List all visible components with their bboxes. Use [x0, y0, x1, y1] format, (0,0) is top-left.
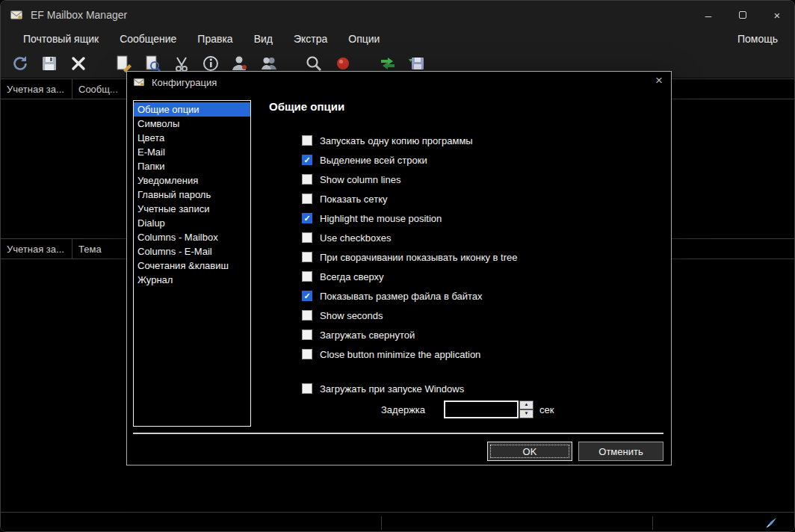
cancel-button[interactable]: Отменить — [578, 442, 663, 461]
category-item[interactable]: Журнал — [134, 273, 250, 287]
category-item[interactable]: E-Mail — [134, 145, 250, 159]
delete-icon[interactable] — [69, 54, 87, 72]
panel-heading: Общие опции — [269, 100, 344, 113]
category-item[interactable]: Символы — [134, 117, 250, 131]
option-row[interactable]: Show seconds — [302, 306, 518, 325]
option-row[interactable]: Показывать размер файла в байтах — [302, 286, 518, 306]
check-mail-icon[interactable] — [10, 54, 29, 72]
menu-item[interactable]: Опции — [338, 33, 390, 45]
options-list: Запускать одну копию программы Выделение… — [302, 131, 518, 364]
spinner-up-button[interactable]: ▲ — [519, 400, 533, 409]
category-item[interactable]: Папки — [134, 159, 250, 173]
window-title: EF Mailbox Manager — [31, 9, 127, 21]
save-icon[interactable] — [40, 54, 58, 72]
checkbox-label: Close button minimize the application — [320, 349, 480, 360]
checkbox-icon[interactable] — [302, 291, 312, 301]
option-row[interactable]: Выделение всей строки — [302, 150, 518, 170]
title-bar: EF Mailbox Manager – × — [1, 1, 794, 29]
category-item[interactable]: Цвета — [134, 131, 250, 145]
status-pen-icon — [765, 516, 778, 529]
menu-item[interactable]: Экстра — [283, 33, 338, 45]
menu-item[interactable]: Правка — [187, 33, 243, 45]
checkbox-label: Выделение всей строки — [320, 155, 427, 166]
column-header[interactable]: Тема — [72, 239, 129, 259]
checkbox-label: Показывать размер файла в байтах — [320, 291, 483, 302]
checkbox-icon[interactable] — [302, 155, 312, 165]
record-icon[interactable] — [333, 54, 352, 72]
zoom-icon[interactable] — [304, 54, 323, 72]
dialog-divider — [133, 433, 663, 434]
option-row[interactable]: Загружать свернутой — [302, 325, 518, 344]
column-header[interactable]: Учетная за... — [1, 79, 72, 99]
status-bar — [1, 512, 794, 532]
info-icon[interactable] — [201, 54, 220, 72]
sync-icon[interactable] — [378, 54, 397, 72]
export-save-icon[interactable] — [407, 54, 426, 72]
delay-row: Задержка ▲ ▼ сек — [381, 400, 554, 418]
menu-items: Почтовый ящикСообщениеПравкаВидЭкстраОпц… — [1, 33, 390, 45]
app-window: EF Mailbox Manager – × Почтовый ящикСооб… — [0, 0, 795, 532]
category-item[interactable]: Сочетания &клавиш — [134, 259, 250, 273]
ok-button[interactable]: OK — [487, 442, 572, 461]
option-row[interactable]: Highlight the mouse position — [302, 208, 518, 228]
checkbox-label: Всегда сверху — [320, 271, 384, 282]
checkbox-icon[interactable] — [302, 194, 312, 204]
option-row[interactable]: Показать сетку — [302, 189, 518, 208]
cut-icon[interactable] — [172, 54, 191, 72]
close-button[interactable]: × — [760, 1, 794, 29]
delay-unit-label: сек — [539, 404, 554, 415]
maximize-button[interactable] — [726, 1, 760, 29]
contacts-icon[interactable] — [259, 54, 278, 72]
option-row[interactable]: Show column lines — [302, 170, 518, 189]
checkbox-icon[interactable] — [302, 383, 312, 394]
maximize-icon — [739, 11, 746, 19]
option-row[interactable]: Запускать одну копию программы — [302, 131, 518, 150]
checkbox-label: Show seconds — [320, 310, 383, 321]
checkbox-label: При сворачивании показывать иконку в tre… — [320, 252, 518, 263]
dialog-mail-icon — [133, 76, 145, 88]
menu-item-help[interactable]: Помощь — [727, 33, 794, 45]
column-header[interactable]: Сообщ... — [72, 79, 129, 99]
checkbox-icon[interactable] — [302, 232, 312, 243]
category-item[interactable]: Общие опции — [134, 102, 250, 117]
delay-spinner: ▲ ▼ — [519, 400, 533, 418]
category-item[interactable]: Columns - E-Mail — [134, 244, 250, 259]
delay-input[interactable] — [444, 400, 519, 418]
status-separator — [381, 516, 382, 530]
menu-item[interactable]: Сообщение — [109, 33, 187, 45]
checkbox-icon[interactable] — [302, 252, 312, 262]
checkbox-label: Загружать при запуске Windows — [320, 383, 464, 395]
checkbox-icon[interactable] — [302, 135, 312, 146]
find-message-icon[interactable] — [143, 54, 161, 72]
checkbox-icon[interactable] — [302, 310, 312, 321]
category-item[interactable]: Уведомления — [134, 173, 250, 188]
option-row[interactable]: Всегда сверху — [302, 267, 518, 286]
menu-item[interactable]: Почтовый ящик — [13, 33, 109, 45]
category-item[interactable]: Columns - Mailbox — [134, 230, 250, 244]
category-item[interactable]: Учетные записи — [134, 202, 250, 216]
category-item[interactable]: Dialup — [134, 216, 250, 230]
checkbox-label: Показать сетку — [320, 194, 387, 205]
checkbox-label: Запускать одну копию программы — [320, 135, 473, 146]
column-header[interactable]: Учетная за... — [1, 239, 72, 259]
minimize-button[interactable]: – — [691, 1, 726, 29]
new-message-icon[interactable] — [114, 54, 132, 72]
checkbox-icon[interactable] — [302, 213, 312, 223]
checkbox-icon[interactable] — [302, 349, 312, 359]
contact-icon[interactable] — [230, 54, 249, 72]
category-item[interactable]: Главный пароль — [134, 188, 250, 202]
dialog-title: Конфигурация — [152, 77, 217, 88]
checkbox-icon[interactable] — [302, 174, 312, 185]
option-row[interactable]: Close button minimize the application — [302, 344, 518, 364]
option-row[interactable]: При сворачивании показывать иконку в tre… — [302, 247, 518, 267]
checkbox-label: Use checkboxes — [320, 232, 391, 244]
option-row[interactable]: Use checkboxes — [302, 228, 518, 247]
menu-item[interactable]: Вид — [244, 33, 283, 45]
spinner-down-button[interactable]: ▼ — [519, 409, 533, 418]
checkbox-label: Show column lines — [320, 174, 400, 185]
delay-label: Задержка — [381, 404, 439, 415]
checkbox-icon[interactable] — [302, 330, 312, 340]
startup-option-row[interactable]: Загружать при запуске Windows — [302, 379, 464, 398]
dialog-close-button[interactable]: × — [655, 73, 663, 88]
checkbox-icon[interactable] — [302, 271, 312, 282]
